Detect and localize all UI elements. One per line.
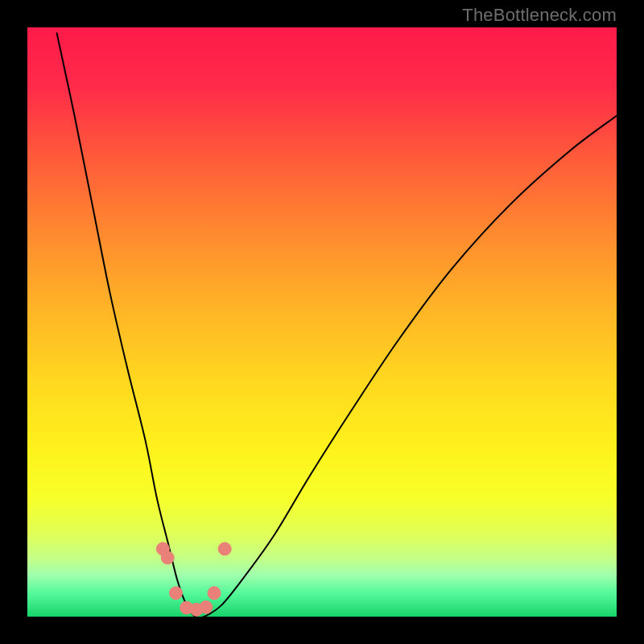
curve-marker bbox=[169, 587, 182, 600]
bottleneck-curve bbox=[27, 27, 617, 617]
curve-marker bbox=[208, 587, 221, 600]
curve-marker bbox=[218, 543, 231, 555]
curve-marker bbox=[200, 601, 213, 613]
plot-area bbox=[27, 27, 617, 617]
curve-marker bbox=[161, 551, 174, 564]
chart-stage: TheBottleneck.com bbox=[0, 0, 644, 644]
marker-group bbox=[156, 543, 231, 616]
watermark-text: TheBottleneck.com bbox=[462, 5, 617, 26]
